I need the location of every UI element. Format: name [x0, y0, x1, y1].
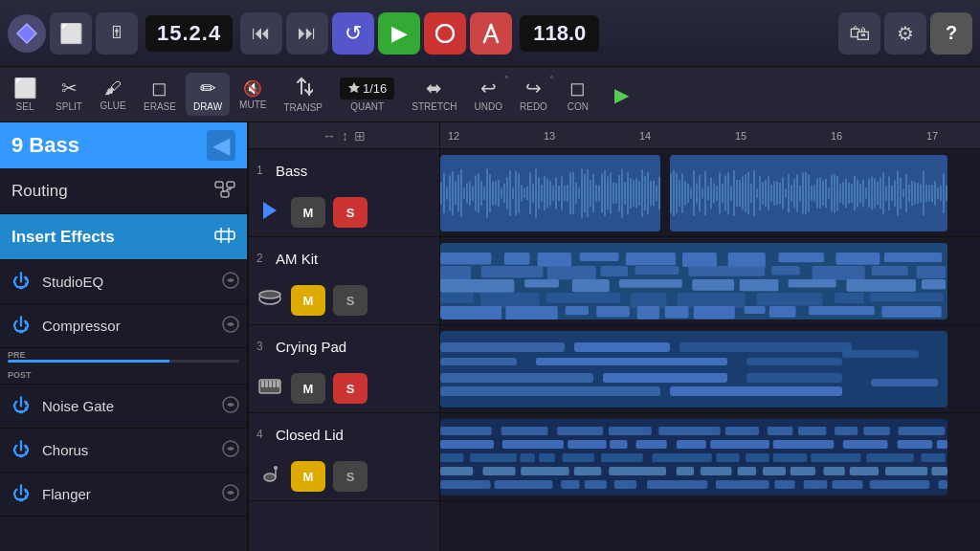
svg-rect-144	[768, 176, 769, 209]
track-arrow-button[interactable]: ◀	[207, 130, 235, 161]
v-scroll-icon[interactable]: ↕	[342, 128, 348, 143]
grid-icon[interactable]: ⊞	[354, 128, 366, 143]
svg-rect-197	[920, 184, 922, 202]
play-button[interactable]: ▶	[378, 12, 420, 55]
solo-btn-1[interactable]: S	[333, 285, 368, 316]
ruler-mark-16: 16	[823, 130, 919, 142]
svg-rect-299	[773, 453, 807, 462]
svg-rect-164	[825, 179, 827, 208]
tool-play-small[interactable]: ▶	[601, 79, 643, 110]
help-button[interactable]: ?	[930, 12, 972, 55]
skip-back-button[interactable]: ⏮	[240, 12, 282, 55]
stop-button[interactable]: ⬜	[50, 12, 92, 55]
waveform-track-0[interactable]	[440, 149, 980, 237]
tool-quant[interactable]: 1/16 QUANT	[332, 74, 402, 116]
mixer-button[interactable]: 🎚	[96, 12, 138, 55]
svg-rect-229	[572, 279, 610, 292]
tool-redo[interactable]: ↪° REDO	[512, 73, 555, 116]
ruler-spacer: ↔ ↕ ⊞	[249, 122, 440, 149]
shop-button[interactable]: 🛍	[838, 12, 880, 55]
edit-compressor-icon[interactable]	[222, 316, 239, 337]
tool-draw[interactable]: ✏ DRAW	[186, 73, 230, 116]
track-icon-3[interactable]	[256, 464, 283, 490]
svg-point-30	[264, 474, 276, 481]
svg-rect-269	[501, 427, 548, 435]
routing-row[interactable]: Routing	[0, 168, 247, 214]
edit-flanger-icon[interactable]	[222, 484, 239, 505]
mute-btn-0[interactable]: M	[291, 197, 325, 228]
solo-btn-3[interactable]: S	[333, 461, 368, 492]
effect-row-compressor[interactable]: ⏻ Compressor	[0, 304, 247, 348]
power-compressor[interactable]: ⏻	[8, 316, 34, 336]
settings-button[interactable]: ⚙	[884, 12, 926, 55]
svg-rect-283	[636, 440, 667, 449]
right-panel: ↔ ↕ ⊞ 1213141516171819 1BassMS2AM KitMS3…	[249, 122, 980, 551]
svg-rect-93	[612, 183, 614, 204]
record-button[interactable]	[424, 12, 466, 55]
svg-rect-141	[759, 176, 761, 210]
edit-chorus-icon[interactable]	[222, 440, 239, 461]
stretch-icon: ⬌	[426, 77, 442, 99]
waveform-track-3[interactable]	[440, 413, 980, 501]
solo-btn-0[interactable]: S	[333, 197, 368, 228]
track-item-0: 1BassMS	[249, 149, 439, 237]
effect-row-flanger[interactable]: ⏻ Flanger	[0, 473, 247, 517]
svg-rect-209	[538, 253, 571, 267]
tool-mute[interactable]: 🔇 MUTE	[232, 76, 274, 114]
svg-rect-258	[440, 358, 517, 365]
svg-rect-40	[460, 169, 462, 217]
mute-btn-3[interactable]: M	[291, 461, 325, 492]
loop-button[interactable]: ↺	[332, 12, 374, 55]
mute-icon: 🔇	[243, 79, 262, 98]
power-studioeq[interactable]: ⏻	[8, 272, 34, 292]
mute-btn-2[interactable]: M	[291, 373, 325, 404]
track-icon-2[interactable]	[256, 379, 283, 399]
edit-studioeq-icon[interactable]	[222, 272, 239, 293]
tool-stretch[interactable]: ⬌ STRETCH	[404, 73, 464, 116]
tool-glue[interactable]: 🖌 GLUE	[92, 75, 134, 115]
svg-rect-215	[835, 253, 880, 265]
waveform-track-1[interactable]	[440, 237, 980, 325]
power-flanger[interactable]: ⏻	[8, 484, 34, 504]
svg-rect-134	[739, 180, 741, 207]
tool-transp[interactable]: TRANSP	[276, 73, 330, 117]
svg-rect-321	[614, 480, 636, 489]
ruler-row: ↔ ↕ ⊞ 1213141516171819	[249, 122, 980, 149]
svg-rect-319	[561, 480, 579, 489]
power-noisegate[interactable]: ⏻	[8, 396, 34, 416]
edit-noisegate-icon[interactable]	[222, 396, 239, 417]
svg-rect-241	[757, 293, 823, 306]
svg-rect-300	[811, 453, 860, 462]
metronome-button[interactable]	[470, 12, 512, 55]
track-item-2: 3Crying PadMS	[249, 325, 439, 413]
effect-row-chorus[interactable]: ⏻ Chorus	[0, 429, 247, 473]
h-scroll-icon[interactable]: ↔	[323, 128, 336, 143]
svg-rect-302	[921, 453, 945, 462]
solo-btn-2[interactable]: S	[333, 373, 368, 404]
tool-split[interactable]: ✂ SPLIT	[48, 73, 90, 116]
mute-btn-1[interactable]: M	[291, 285, 325, 316]
svg-rect-78	[569, 172, 571, 214]
power-chorus[interactable]: ⏻	[8, 440, 34, 460]
tool-sel[interactable]: ⬜ SEL	[4, 73, 46, 116]
svg-rect-246	[566, 306, 589, 315]
svg-rect-35	[446, 187, 448, 199]
skip-forward-button[interactable]: ⏭	[286, 12, 328, 55]
svg-rect-290	[440, 453, 464, 462]
svg-rect-159	[811, 186, 813, 201]
svg-rect-254	[881, 306, 941, 318]
svg-rect-105	[647, 172, 649, 214]
effect-row-studioeq[interactable]: ⏻ StudioEQ	[0, 260, 247, 304]
waveform-track-2[interactable]	[440, 325, 980, 413]
track-icon-0[interactable]	[256, 200, 283, 226]
split-label: SPLIT	[56, 101, 82, 112]
tool-con[interactable]: ◻ CON	[557, 73, 599, 116]
tool-undo[interactable]: ↩° UNDO	[467, 73, 510, 116]
insert-effects-row[interactable]: Insert Effects	[0, 214, 247, 260]
logo-button[interactable]	[8, 14, 46, 53]
tool-erase[interactable]: ◻ ERASE	[136, 73, 184, 116]
svg-rect-161	[816, 178, 818, 208]
effect-row-noisegate[interactable]: ⏻ Noise Gate	[0, 385, 247, 429]
track-name-2: Crying Pad	[276, 339, 432, 355]
track-icon-1[interactable]	[256, 289, 283, 313]
